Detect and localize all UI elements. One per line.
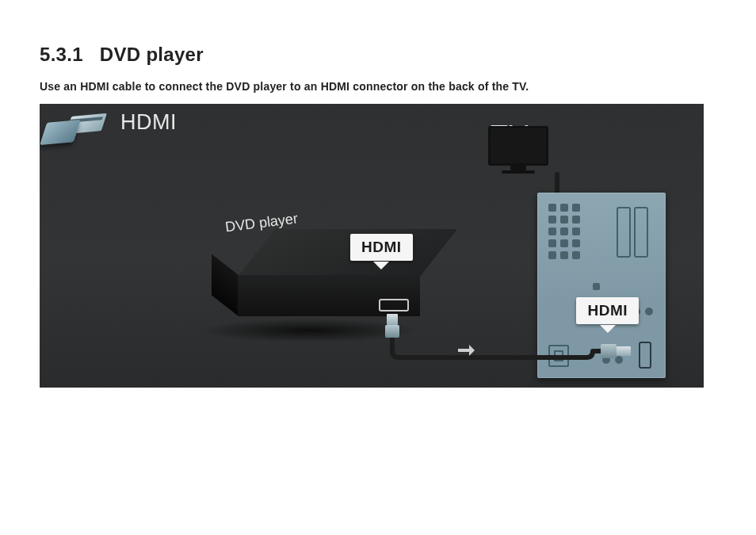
hdmi-plug-tv-side — [593, 343, 632, 359]
section-heading: 5.3.1 DVD player — [40, 44, 716, 66]
hdmi-callout-tv: HDMI — [576, 297, 639, 324]
document-page: 5.3.1 DVD player Use an HDMI cable to co… — [0, 0, 756, 535]
section-title-text: DVD player — [100, 44, 204, 65]
tv-icon — [488, 126, 548, 177]
connection-diagram: HDMI TV — [40, 104, 704, 388]
hdmi-label-top: HDMI — [120, 110, 177, 135]
dvd-hdmi-port — [379, 299, 409, 311]
hdmi-callout-dvd: HDMI — [350, 234, 413, 261]
hdmi-plug-dvd-side — [385, 314, 399, 346]
section-number: 5.3.1 — [40, 44, 83, 65]
hdmi-connector-icon — [48, 113, 113, 151]
instruction-text: Use an HDMI cable to connect the DVD pla… — [40, 80, 716, 93]
panel-hdmi-port — [639, 342, 651, 369]
arrow-icon — [458, 345, 480, 356]
